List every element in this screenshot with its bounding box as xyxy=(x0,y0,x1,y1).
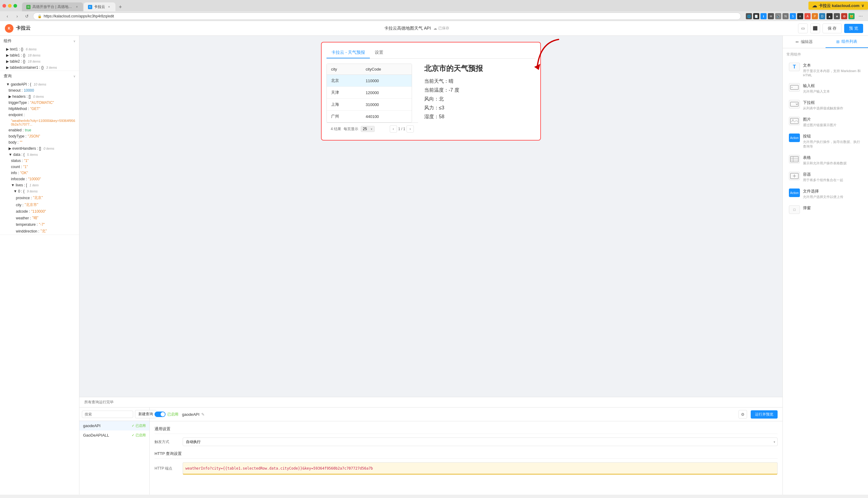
ext-4[interactable]: ✉ xyxy=(768,13,774,19)
ext-9[interactable]: A xyxy=(804,13,811,19)
trigger-select[interactable]: 自动执行 xyxy=(183,437,778,446)
ext-15[interactable]: 🐱 xyxy=(849,13,855,19)
tab-editor[interactable]: ✏ 编辑器 xyxy=(783,36,826,48)
ext-12[interactable]: ▲ xyxy=(826,13,832,19)
minimize-button[interactable] xyxy=(8,4,12,8)
tab-components[interactable]: ⊞ 组件列表 xyxy=(826,36,868,48)
tab-close-2[interactable]: × xyxy=(107,5,111,9)
sidebar-data[interactable]: ▼ data : { 5 items xyxy=(0,152,79,158)
logo-icon: K xyxy=(5,24,13,33)
table-row-shanghai[interactable]: 上海 310000 xyxy=(327,99,412,110)
component-image-name: 图片 xyxy=(803,117,837,122)
component-container-desc: 用于将多个组件集合在一起 xyxy=(803,178,843,182)
sidebar-enabled[interactable]: enabled : true xyxy=(0,127,79,133)
page-size-select[interactable]: 25 50 xyxy=(361,126,375,132)
ext-2[interactable]: 📑 xyxy=(753,13,759,19)
components-section-header[interactable]: 组件 ∨ xyxy=(0,36,79,46)
sidebar-lives[interactable]: ▼ lives : [ 1 item xyxy=(0,182,79,188)
layout-btn-2[interactable]: ⬛ xyxy=(810,24,820,33)
page-next-button[interactable]: › xyxy=(406,125,414,133)
sidebar-triggertype[interactable]: triggerType : "AUTOMATIC" xyxy=(0,100,79,106)
ext-1[interactable]: 🌐 xyxy=(746,13,752,19)
sidebar-province[interactable]: province : "北京" xyxy=(0,194,79,201)
sidebar-table1[interactable]: ▶ table1 : {} 18 items xyxy=(0,52,79,58)
sidebar-text1[interactable]: ▶ text1 : {} 6 items xyxy=(0,46,79,52)
sidebar-city[interactable]: city : "北京市" xyxy=(0,201,79,208)
table-row-beijing[interactable]: 北京 110000 xyxy=(327,75,412,87)
toggle-container: 已启用 xyxy=(155,411,178,417)
maximize-button[interactable] xyxy=(13,4,17,8)
component-container[interactable]: 容器 用于将多个组件集合在一起 xyxy=(786,169,864,185)
weather-item-5: 湿度：58 xyxy=(424,114,535,120)
table-row-guangzhou[interactable]: 广州 440100 xyxy=(327,110,412,122)
query-section-header[interactable]: 查询 ∨ xyxy=(0,71,79,81)
sidebar-lives-0[interactable]: ▼ 0 : { 9 items xyxy=(0,188,79,194)
table-row-tianjin[interactable]: 天津 120000 xyxy=(327,87,412,99)
sidebar-status[interactable]: status : "1" xyxy=(0,158,79,164)
ext-8[interactable]: ≡ xyxy=(797,13,803,19)
edit-icon[interactable]: ✎ xyxy=(201,412,205,417)
component-button-name: 按钮 xyxy=(803,133,862,139)
ext-14[interactable]: ⚙ xyxy=(841,13,847,19)
component-text[interactable]: T 文本 用于显示文本内容，支持 Markdown 和 HTML xyxy=(786,60,864,79)
ext-3[interactable]: ℹ xyxy=(761,13,766,19)
sidebar-tabbedcontainer1[interactable]: ▶ tabbedcontainer1 : {} 3 items xyxy=(0,64,79,70)
ext-11[interactable]: D xyxy=(819,13,825,19)
table-footer: 4 结果 每页显示 25 50 ▾ xyxy=(326,122,418,135)
sidebar-endpoint[interactable]: endpoint : xyxy=(0,112,79,118)
sidebar-timeout[interactable]: timeout : 10000 xyxy=(0,87,79,93)
ext-10[interactable]: P xyxy=(812,13,818,19)
query-item-gaodeall[interactable]: GaoDeAPIALL ✓ 已启用 xyxy=(79,431,149,440)
ext-7[interactable]: S xyxy=(790,13,796,19)
run-button[interactable]: 运行并预览 xyxy=(751,410,778,419)
component-input[interactable]: 输入框 允许用户输入文本 xyxy=(786,81,864,96)
component-button[interactable]: Action 按钮 允许用户执行操作，如导出数据、执行查询等 xyxy=(786,131,864,151)
component-fileselect[interactable]: Action 文件选择 允许用户选择文件以便上传 xyxy=(786,186,864,202)
sidebar-bodytype[interactable]: bodyType : "JSON" xyxy=(0,133,79,139)
sidebar-count[interactable]: count : "1" xyxy=(0,164,79,170)
sidebar-headers[interactable]: ▶ headers : [] 0 items xyxy=(0,93,79,100)
tab-weather[interactable]: 卡拉云 - 天气预报 xyxy=(326,47,370,58)
component-modal[interactable]: □ 弹窗 xyxy=(786,203,864,216)
refresh-button[interactable]: ↺ xyxy=(23,13,30,20)
endpoint-input[interactable]: weatherInfo?city={{table1.selectedRow.da… xyxy=(183,462,778,474)
sidebar-info[interactable]: info : "OK" xyxy=(0,170,79,176)
gear-button[interactable]: ⚙ xyxy=(738,410,747,419)
component-dropdown[interactable]: 下拉框 从列表中选择值或触发操作 xyxy=(786,97,864,113)
tab-kalacloud[interactable]: K 卡拉云 × xyxy=(84,2,116,11)
tab-gaode[interactable]: G 高德开放平台 | 高德地图API × xyxy=(22,2,83,11)
sidebar-eventhandlers[interactable]: ▶ eventHandlers : [] 0 items xyxy=(0,145,79,152)
component-image[interactable]: 图片 通过图片链接展示图片 xyxy=(786,114,864,130)
query-item-gaode[interactable]: gaodeAPI ✓ 已启用 xyxy=(79,421,149,431)
new-tab-button[interactable]: + xyxy=(116,3,125,11)
url-bar[interactable]: 🔒 https://kalacloud.com/apps/kc3hp4r8zq/… xyxy=(33,13,741,20)
sidebar-temperature[interactable]: temperature : "-7" xyxy=(0,222,79,227)
tab-settings[interactable]: 设置 xyxy=(370,47,388,58)
sidebar-winddirection[interactable]: winddirection : "北" xyxy=(0,227,79,235)
ext-13[interactable]: ★ xyxy=(834,13,840,19)
forward-button[interactable]: › xyxy=(13,13,21,20)
ext-6[interactable]: N xyxy=(783,13,789,19)
component-button-info: 按钮 允许用户执行操作，如导出数据、执行查询等 xyxy=(803,133,862,149)
ext-5[interactable]: 🔊 xyxy=(775,13,781,19)
layout-btn-1[interactable]: ▭ xyxy=(798,24,808,33)
sidebar-weather[interactable]: weather : "晴" xyxy=(0,214,79,222)
query-search-input[interactable] xyxy=(82,411,133,418)
close-button[interactable] xyxy=(2,4,6,8)
enabled-toggle[interactable] xyxy=(155,411,165,417)
tab-close-1[interactable]: × xyxy=(75,5,79,9)
page-prev-button[interactable]: ‹ xyxy=(390,125,397,133)
sidebar-gaodeapi[interactable]: ▼ gaodeAPI : { 10 items xyxy=(0,81,79,87)
preview-button[interactable]: 预 览 xyxy=(844,24,863,33)
sidebar-body[interactable]: body : "" xyxy=(0,139,79,145)
sidebar-endpoint-value[interactable]: "weatherInfo?city=110000&key=59364f9560b… xyxy=(0,118,79,127)
extensions-button[interactable]: ⋯ xyxy=(857,13,864,20)
sidebar-table2[interactable]: ▶ table2 : {} 18 items xyxy=(0,58,79,64)
save-button[interactable]: 保 存 xyxy=(823,24,842,33)
component-table[interactable]: 表格 展示和允许用户操作表格数据 xyxy=(786,153,864,168)
sidebar-httpmethod[interactable]: httpMethod : "GET" xyxy=(0,106,79,112)
http-settings-title: HTTP 查询设置 xyxy=(155,451,778,459)
sidebar-adcode[interactable]: adcode : "110000" xyxy=(0,208,79,214)
sidebar-infocode[interactable]: infocode : "10000" xyxy=(0,176,79,182)
back-button[interactable]: ‹ xyxy=(4,13,11,20)
